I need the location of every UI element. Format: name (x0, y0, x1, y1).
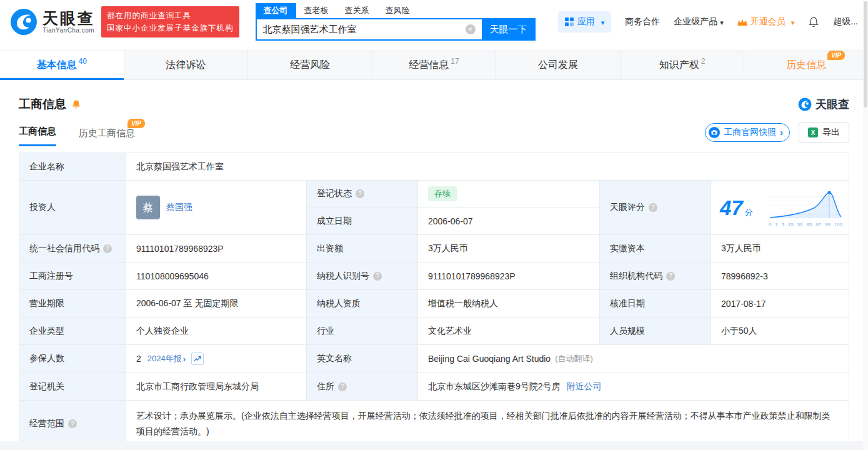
company-name-label: 企业名称 (19, 153, 126, 180)
address-label: 住所 (307, 373, 417, 400)
help-icon[interactable] (649, 203, 657, 212)
promo-line-1: 都在用的商业查询工具 (107, 9, 234, 22)
tab-company-development[interactable]: 公司发展 (496, 51, 621, 79)
crown-icon (737, 18, 747, 26)
reg-number-label: 工商注册号 (19, 262, 126, 289)
search-button[interactable]: 天眼一下 (482, 18, 536, 41)
scrollbar[interactable] (863, 0, 868, 450)
english-name-value: Beijing Cai Guoqiang Art Studio (自动翻译) (418, 345, 849, 372)
apps-menu[interactable]: 应用 (558, 11, 612, 32)
apps-grid-icon (565, 18, 574, 26)
tab-label: 知识产权 (659, 59, 699, 72)
nav-open-vip[interactable]: 开通会员 (737, 16, 795, 28)
tab-count: 2 (701, 57, 706, 66)
score-axis-ticks: 0131550859799100 (769, 222, 842, 228)
search-tabs: 查公司 查老板 查关系 查风险 (256, 3, 536, 18)
main-content: 工商信息 天眼查 工商信息 历史工商信息 VIP (0, 96, 868, 448)
org-code-value: 78996892-3 (711, 262, 849, 289)
logo-name: 天眼查 (42, 10, 95, 28)
nav-business-coop[interactable]: 商务合作 (625, 16, 660, 28)
credit-code-value: 91110101789968923P (126, 235, 306, 262)
staff-size-value: 小于50人 (711, 318, 849, 344)
search-tab-risk[interactable]: 查风险 (377, 3, 418, 18)
insured-count-label: 参保人数 (19, 345, 126, 372)
help-icon[interactable] (68, 419, 77, 428)
business-term-value: 2006-06-07 至 无固定期限 (126, 290, 306, 317)
subtab-business-info[interactable]: 工商信息 (19, 126, 56, 146)
nav-enterprise-products[interactable]: 企业级产品 (674, 16, 724, 28)
notification-bell-icon[interactable] (808, 16, 819, 28)
tab-operating-risk[interactable]: 经营风险 (248, 51, 372, 79)
tab-label: 经营信息 (409, 59, 449, 72)
top-nav: 应用 商务合作 企业级产品 开通会员 超级... (558, 11, 858, 32)
establish-date-label: 成立日期 (307, 208, 417, 234)
help-icon[interactable] (103, 244, 112, 253)
reg-authority-value: 北京市工商行政管理局东城分局 (126, 373, 306, 400)
chevron-down-icon (717, 17, 724, 27)
page: 天眼查 TianYanCha.com 都在用的商业查询工具 国家中小企业发展子基… (0, 0, 868, 448)
chevron-down-icon (789, 17, 795, 27)
help-icon[interactable] (666, 272, 675, 281)
approval-date-label: 核准日期 (600, 290, 711, 317)
subtab-history-business-info[interactable]: 历史工商信息 VIP (79, 128, 135, 146)
credit-code-label: 统一社会信用代码 (19, 235, 126, 262)
clear-icon[interactable] (466, 24, 476, 34)
apps-menu-label: 应用 (577, 16, 595, 28)
tab-basic-info[interactable]: 基本信息 40 (0, 51, 124, 79)
tab-history-info[interactable]: 历史信息 VIP (744, 51, 868, 79)
auto-translate-note: (自动翻译) (555, 353, 593, 364)
logo-domain: TianYanCha.com (42, 27, 95, 34)
camera-icon (709, 127, 720, 138)
establish-date-value: 2006-06-07 (418, 208, 599, 234)
company-type-value: 个人独资企业 (126, 318, 306, 344)
reg-number-value: 110108009695046 (126, 262, 306, 289)
capital-value: 3万人民币 (418, 235, 599, 262)
export-button[interactable]: 导出 (799, 122, 849, 142)
taxpayer-quality-value: 增值税一般纳税人 (418, 290, 599, 317)
investor-link[interactable]: 蔡国强 (166, 202, 192, 213)
address-value: 北京市东城区沙滩南巷9号院2号房 附近公司 (418, 373, 849, 400)
search-area: 查公司 查老板 查关系 查风险 天眼一下 (256, 3, 536, 41)
tab-intellectual-property[interactable]: 知识产权 2 (621, 51, 745, 79)
nav-super-vip[interactable]: 超级... (833, 16, 858, 28)
investor-value: 蔡 蔡国强 (126, 181, 306, 234)
tianyancha-logo[interactable]: 天眼查 TianYanCha.com (10, 8, 95, 36)
section-tab-bar: 基本信息 40 法律诉讼 经营风险 经营信息 17 公司发展 知识产权 2 历史… (0, 50, 868, 80)
score-label: 天眼评分 (600, 181, 711, 234)
subscribe-bell-icon[interactable] (71, 99, 81, 109)
score-value: 47 分 0131550859799100 (711, 181, 849, 234)
tianyancha-watermark-icon (798, 98, 812, 111)
score-number: 47 (720, 198, 743, 218)
industry-label: 行业 (307, 318, 417, 344)
section-title: 工商信息 (19, 96, 66, 112)
help-icon[interactable] (338, 382, 347, 391)
official-snapshot-button[interactable]: 工商官网快照 (705, 123, 790, 142)
scrollbar-thumb[interactable] (864, 1, 867, 108)
help-icon[interactable] (373, 272, 382, 281)
annual-report-link[interactable]: 2024年报 (147, 353, 186, 364)
reg-status-label: 登记状态 (307, 181, 417, 208)
search-input[interactable] (256, 18, 482, 41)
nearby-companies-link[interactable]: 附近公司 (567, 381, 602, 392)
capital-label: 出资额 (307, 235, 417, 262)
tab-operating-info[interactable]: 经营信息 17 (372, 51, 497, 79)
help-icon[interactable] (356, 189, 364, 198)
tab-label: 经营风险 (290, 59, 330, 72)
trend-chart-icon[interactable] (191, 352, 204, 365)
tianyancha-logo-icon (10, 8, 37, 36)
tab-label: 公司发展 (538, 59, 578, 72)
vip-badge: VIP (127, 119, 145, 128)
company-type-label: 企业类型 (19, 318, 126, 344)
arrow-right-icon (780, 128, 783, 138)
investor-avatar[interactable]: 蔡 (136, 196, 160, 219)
tab-legal-proceedings[interactable]: 法律诉讼 (124, 51, 249, 79)
footer (0, 441, 868, 450)
search-tab-relation[interactable]: 查关系 (337, 3, 377, 18)
paid-capital-label: 实缴资本 (600, 235, 711, 262)
search-tab-boss[interactable]: 查老板 (296, 3, 337, 18)
org-code-label: 组织机构代码 (600, 262, 711, 289)
search-tab-company[interactable]: 查公司 (256, 3, 296, 18)
taxpayer-id-label: 纳税人识别号 (307, 262, 417, 289)
business-term-label: 营业期限 (19, 290, 126, 317)
tab-label: 历史信息 (786, 59, 826, 70)
